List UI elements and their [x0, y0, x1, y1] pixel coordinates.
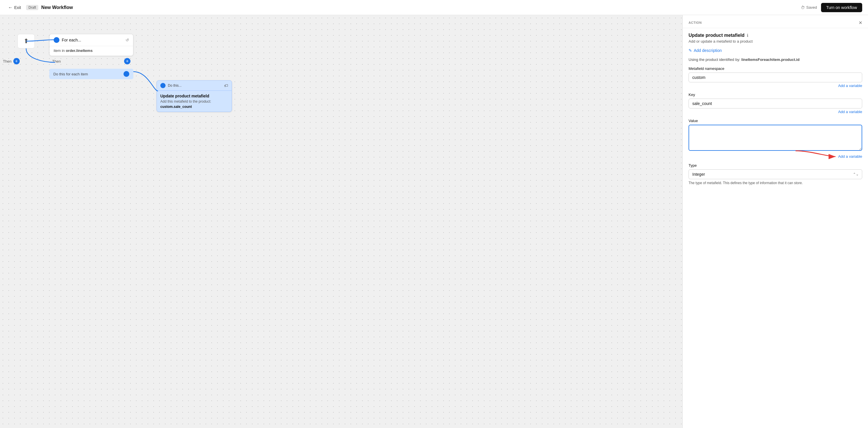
- then-text-left: Then: [3, 59, 11, 63]
- value-section: Value Add a variable: [688, 119, 862, 159]
- for-each-node[interactable]: For each... ↺ item in order.lineItems: [49, 34, 133, 56]
- action-node-header-label: Do this...: [168, 84, 182, 88]
- for-each-dot: [54, 37, 59, 43]
- right-panel: ACTION × Update product metafield ℹ Add …: [682, 15, 868, 428]
- metafield-namespace-section: Metafield namespace Add a variable: [688, 66, 862, 88]
- using-product-text: Using the product identified by: lineIte…: [688, 57, 862, 62]
- value-textarea[interactable]: [688, 125, 862, 151]
- exit-button[interactable]: ← Exit: [6, 4, 23, 11]
- then-row-inner: Then +: [49, 58, 133, 64]
- saved-label: Saved: [806, 5, 817, 9]
- action-node-meta: custom.sale_count: [160, 105, 228, 109]
- do-this-label: Do this for each item: [53, 72, 88, 76]
- add-variable-button-2[interactable]: Add a variable: [688, 110, 862, 114]
- metafield-namespace-input[interactable]: [688, 72, 862, 82]
- value-footer: Add a variable: [688, 153, 862, 159]
- panel-title: Update product metafield: [688, 33, 744, 38]
- for-each-title: For each...: [62, 38, 81, 42]
- type-label: Type: [688, 163, 862, 167]
- workflow-canvas: ⬆ Then + For each... ↺ item in order.lin…: [0, 15, 682, 428]
- action-node-header: Do this... 🏷: [157, 81, 231, 91]
- action-node-title: Update product metafield: [160, 94, 228, 98]
- action-node-body: Update product metafield Add this metafi…: [157, 91, 231, 112]
- for-each-header-left: For each...: [54, 37, 81, 43]
- main-layout: ⬆ Then + For each... ↺ item in order.lin…: [0, 15, 868, 428]
- do-this-bar[interactable]: Do this for each item: [49, 69, 133, 79]
- add-variable-button-3[interactable]: Add a variable: [838, 154, 862, 159]
- key-label: Key: [688, 92, 862, 97]
- trigger-node[interactable]: ⬆: [18, 34, 35, 49]
- panel-subtitle: Add or update a metafield to a product: [688, 39, 862, 43]
- for-each-header: For each... ↺: [50, 34, 133, 46]
- panel-content: Update product metafield ℹ Add or update…: [683, 28, 868, 194]
- for-each-body: item in order.lineItems: [50, 46, 133, 56]
- then-label-left: Then +: [3, 58, 20, 64]
- metafield-namespace-label: Metafield namespace: [688, 66, 862, 71]
- panel-close-button[interactable]: ×: [859, 20, 862, 26]
- action-node-header-left: Do this...: [160, 83, 182, 88]
- header-left: ← Exit Draft New Workflow: [6, 4, 797, 11]
- type-section: Type Integer String Boolean Decimal JSON…: [688, 163, 862, 185]
- value-label: Value: [688, 119, 862, 123]
- turn-on-workflow-button[interactable]: Turn on workflow: [821, 3, 862, 12]
- add-description-label: Add description: [694, 48, 722, 53]
- for-each-item-value: order.lineItems: [66, 49, 92, 53]
- type-select-wrapper: Integer String Boolean Decimal JSON ⌃⌄: [688, 169, 862, 179]
- info-icon[interactable]: ℹ: [747, 33, 748, 38]
- using-product-value: lineItemsForeachitem.product.id: [741, 57, 800, 62]
- action-node[interactable]: Do this... 🏷 Update product metafield Ad…: [157, 80, 232, 112]
- header: ← Exit Draft New Workflow ⏱ Saved Turn o…: [0, 0, 868, 15]
- action-node-dot: [160, 83, 165, 88]
- add-description-button[interactable]: ✎ Add description: [688, 48, 722, 53]
- panel-action-label: ACTION: [688, 21, 702, 24]
- header-right: ⏱ Saved Turn on workflow: [801, 3, 862, 12]
- do-this-dot: [124, 71, 129, 77]
- type-select[interactable]: Integer String Boolean Decimal JSON: [688, 169, 862, 179]
- panel-title-row: Update product metafield ℹ: [688, 33, 862, 38]
- using-product-prefix: Using the product identified by:: [688, 57, 741, 62]
- draft-badge: Draft: [26, 5, 38, 10]
- saved-status: ⏱ Saved: [801, 5, 817, 10]
- add-variable-button-1[interactable]: Add a variable: [688, 84, 862, 88]
- workflow-title: New Workflow: [41, 5, 73, 10]
- exit-label: Exit: [14, 5, 21, 10]
- key-section: Key Add a variable: [688, 92, 862, 114]
- exit-icon: ←: [8, 5, 13, 10]
- type-hint: The type of metafield. This defines the …: [688, 181, 862, 185]
- refresh-icon[interactable]: ↺: [126, 38, 129, 42]
- then-add-button-left[interactable]: +: [13, 58, 20, 64]
- saved-icon: ⏱: [801, 5, 805, 10]
- then-add-button-inner[interactable]: +: [124, 58, 130, 64]
- panel-header: ACTION ×: [683, 15, 868, 28]
- action-node-desc: Add this metafield to the product:: [160, 99, 228, 103]
- red-arrow-svg: [793, 148, 839, 159]
- for-each-item-prefix: item in: [54, 49, 66, 53]
- then-text-inner: Then: [52, 59, 61, 63]
- upload-icon: ⬆: [24, 37, 29, 45]
- desc-icon: ✎: [688, 48, 692, 53]
- tag-icon: 🏷: [224, 83, 228, 88]
- key-input[interactable]: [688, 99, 862, 109]
